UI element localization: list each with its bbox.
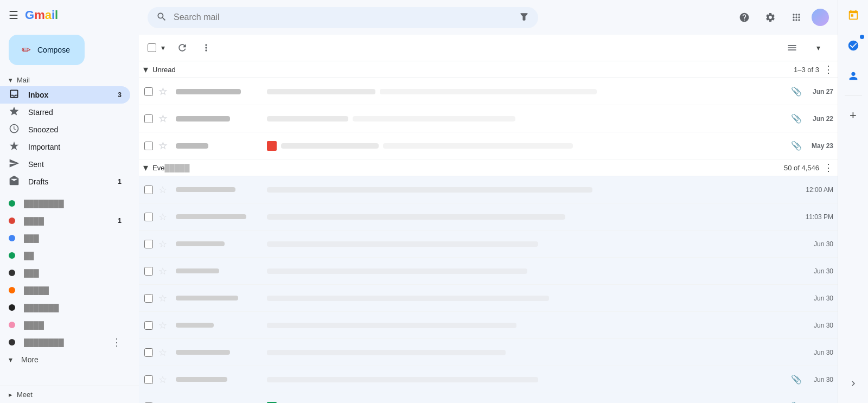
- sidebar-item-label5[interactable]: ███: [0, 264, 130, 282]
- right-panel: +: [838, 0, 868, 403]
- meet-section[interactable]: ▸ Meet: [0, 386, 139, 403]
- email-row[interactable]: ☆ Jun 30: [139, 312, 838, 339]
- email-row[interactable]: ☆ 📎 Jun 30: [139, 366, 838, 393]
- add-icon-button[interactable]: +: [843, 105, 864, 126]
- settings-button[interactable]: [760, 7, 781, 28]
- email-checkbox-2[interactable]: [143, 114, 154, 123]
- expand-panel-button[interactable]: [843, 373, 864, 399]
- select-dropdown-button[interactable]: ▾: [156, 41, 169, 54]
- everything-more-icon[interactable]: ⋮: [824, 162, 833, 174]
- email-star-10[interactable]: ☆: [158, 347, 171, 359]
- email-row[interactable]: ☆ 📎 May 23: [139, 132, 838, 159]
- sidebar-item-label3[interactable]: ███: [0, 229, 130, 247]
- sidebar-item-snoozed[interactable]: Snoozed: [0, 121, 130, 138]
- email-star-6[interactable]: ☆: [158, 238, 171, 250]
- important-label: Important: [28, 143, 122, 151]
- sidebar-item-label2[interactable]: ████ 1: [0, 212, 130, 229]
- star-icon: [9, 106, 20, 119]
- sidebar-item-label7[interactable]: ███████: [0, 299, 130, 316]
- sidebar-item-important[interactable]: Important: [0, 138, 130, 156]
- unread-more-icon[interactable]: ⋮: [824, 63, 833, 75]
- email-checkbox-4[interactable]: [143, 185, 154, 194]
- mail-section-label[interactable]: ▾ Mail: [0, 74, 139, 86]
- more-button[interactable]: ▾ More: [0, 351, 139, 368]
- email-checkbox-7[interactable]: [143, 267, 154, 276]
- sidebar-item-inbox[interactable]: Inbox 3: [0, 86, 130, 104]
- layout-button[interactable]: [781, 37, 803, 59]
- search-bar[interactable]: [148, 7, 538, 28]
- email-star-7[interactable]: ☆: [158, 265, 171, 277]
- email-row[interactable]: ☆ 12:00 AM: [139, 176, 838, 203]
- email-star-3[interactable]: ☆: [158, 140, 171, 152]
- unread-toggle[interactable]: ▾: [143, 63, 148, 75]
- select-all-checkbox[interactable]: [148, 43, 156, 52]
- filter-icon[interactable]: [519, 11, 529, 24]
- email-row[interactable]: ☆ Jun 30: [139, 285, 838, 312]
- email-checkbox-8[interactable]: [143, 294, 154, 303]
- search-icon: [156, 11, 167, 24]
- top-right-icons: [733, 7, 829, 28]
- email-star-2[interactable]: ☆: [158, 113, 171, 125]
- email-meta-3: 📎 May 23: [791, 140, 833, 151]
- sidebar-item-label1[interactable]: ████████: [0, 195, 130, 212]
- email-date-10: Jun 30: [806, 349, 833, 356]
- label8-name: ████: [24, 321, 122, 329]
- main-content: ▾ ▾ ▾ Unread 1–3 of 3 ⋮: [139, 0, 838, 403]
- email-row[interactable]: ☆ 📎 Jun 22: [139, 105, 838, 132]
- label9-more-icon[interactable]: ⋮: [112, 336, 122, 348]
- hamburger-button[interactable]: ☰: [4, 4, 23, 26]
- email-star-9[interactable]: ☆: [158, 319, 171, 331]
- layout-dropdown-button[interactable]: ▾: [807, 37, 829, 59]
- email-sender-2: [176, 116, 263, 121]
- email-checkbox-1[interactable]: [143, 87, 154, 96]
- email-row[interactable]: ☆ Jun 30: [139, 339, 838, 366]
- email-star-8[interactable]: ☆: [158, 292, 171, 304]
- email-content-8: [267, 296, 802, 301]
- email-date-7: Jun 30: [806, 267, 833, 275]
- email-star-1[interactable]: ☆: [158, 86, 171, 98]
- email-checkbox-10[interactable]: [143, 348, 154, 357]
- email-row[interactable]: ☆ 11:03 PM: [139, 203, 838, 231]
- compose-button[interactable]: ✏ Compose: [9, 35, 85, 65]
- email-checkbox-9[interactable]: [143, 321, 154, 330]
- apps-button[interactable]: [786, 7, 807, 28]
- sidebar-item-drafts[interactable]: Drafts 1: [0, 173, 130, 190]
- email-checkbox-5[interactable]: [143, 213, 154, 221]
- help-button[interactable]: [733, 7, 755, 28]
- email-content-9: [267, 323, 802, 328]
- email-content-2: [267, 116, 787, 121]
- everything-toggle[interactable]: ▾: [143, 162, 148, 174]
- email-star-4[interactable]: ☆: [158, 184, 171, 196]
- email-row[interactable]: ☆ Jun 30: [139, 231, 838, 258]
- email-checkbox-3[interactable]: [143, 142, 154, 150]
- refresh-button[interactable]: [171, 37, 193, 59]
- sidebar-item-starred[interactable]: Starred: [0, 104, 130, 121]
- email-star-5[interactable]: ☆: [158, 211, 171, 223]
- email-checkbox-11[interactable]: [143, 375, 154, 384]
- sidebar-item-label4[interactable]: ██: [0, 247, 130, 264]
- tasks-icon-button[interactable]: [843, 35, 864, 56]
- chevron-right-icon: ▾: [9, 355, 12, 364]
- email-row[interactable]: ☆ 📎 Jun 27: [139, 78, 838, 105]
- email-row[interactable]: ☆ Jun 30: [139, 258, 838, 285]
- meet-label: Meet: [17, 391, 33, 399]
- sidebar-item-label6[interactable]: █████: [0, 282, 130, 299]
- search-input[interactable]: [174, 12, 512, 22]
- sent-label: Sent: [28, 160, 122, 169]
- sidebar-item-label8[interactable]: ████: [0, 316, 130, 334]
- calendar-icon-button[interactable]: [843, 4, 864, 26]
- sidebar-item-sent[interactable]: Sent: [0, 156, 130, 173]
- email-sender-10: [176, 350, 263, 355]
- email-star-11[interactable]: ☆: [158, 374, 171, 386]
- email-star-12[interactable]: ☆: [158, 401, 171, 404]
- attachment-icon: 📎: [791, 86, 802, 97]
- email-checkbox-6[interactable]: [143, 240, 154, 248]
- avatar[interactable]: [812, 9, 829, 26]
- everything-title: Eve█████: [152, 164, 189, 172]
- more-options-button[interactable]: [195, 37, 217, 59]
- sidebar-item-label9[interactable]: ████████ ⋮: [0, 334, 130, 351]
- email-row[interactable]: ☆ 📎 Jun 30: [139, 393, 838, 403]
- label7-name: ███████: [24, 304, 122, 312]
- contacts-icon-button[interactable]: [843, 65, 864, 87]
- inbox-icon: [9, 88, 20, 102]
